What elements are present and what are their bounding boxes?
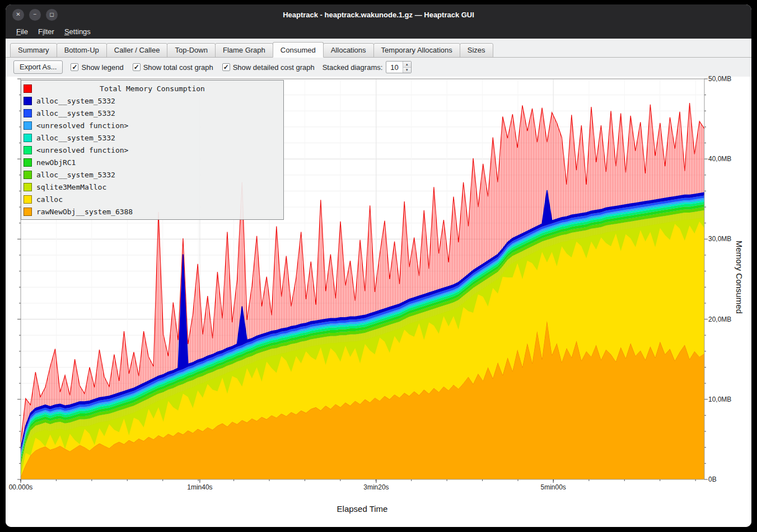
tab-flame-graph[interactable]: Flame Graph <box>215 43 273 58</box>
legend-row: newObjRC1 <box>24 156 281 168</box>
chart-area: Total Memory Consumption alloc__system_5… <box>6 77 751 527</box>
tab-bottom-up[interactable]: Bottom-Up <box>57 43 107 58</box>
legend-row: alloc__system_5332 <box>24 131 281 144</box>
export-as-button[interactable]: Export As... <box>13 60 63 74</box>
tab-caller-callee[interactable]: Caller / Callee <box>106 43 168 58</box>
legend-swatch <box>24 158 32 167</box>
y-tick-label: 40,0MB <box>708 155 731 163</box>
legend-swatch <box>24 97 32 105</box>
legend-label: rawNewObj__system_6388 <box>36 208 133 216</box>
legend-label: alloc__system_5332 <box>36 134 115 142</box>
checkbox-show-detailed-cost-graph[interactable]: ✓Show detailed cost graph <box>222 63 315 72</box>
legend-swatch <box>24 134 32 142</box>
checkbox-show-legend[interactable]: ✓Show legend <box>71 63 123 72</box>
legend-swatch <box>24 146 32 154</box>
checkbox-check-icon: ✓ <box>71 63 78 71</box>
y-axis-title: Memory Consumed <box>735 241 744 314</box>
menu-bar: FileFilterSettings <box>6 25 751 39</box>
y-tick-label: 10,0MB <box>708 396 731 403</box>
menu-item-file[interactable]: File <box>11 26 33 37</box>
x-axis-title: Elapsed Time <box>337 504 388 514</box>
legend-label: alloc__system_5332 <box>36 97 115 105</box>
checkbox-check-icon: ✓ <box>133 63 141 71</box>
legend-row: alloc__system_5332 <box>24 107 281 119</box>
legend-row: <unresolved function> <box>24 119 281 131</box>
legend-label: newObjRC1 <box>36 158 76 167</box>
legend-row: <unresolved function> <box>24 144 281 156</box>
minimize-icon: − <box>34 12 37 17</box>
menu-item-settings[interactable]: Settings <box>59 26 96 37</box>
tab-bar: SummaryBottom-UpCaller / CalleeTop-DownF… <box>6 39 751 58</box>
tab-top-down[interactable]: Top-Down <box>167 43 216 58</box>
legend-swatch <box>24 109 32 117</box>
menu-item-filter[interactable]: Filter <box>33 26 59 37</box>
spin-down-button[interactable]: ▼ <box>403 67 411 73</box>
legend-title-row: Total Memory Consumption <box>24 82 281 95</box>
tab-temporary-allocations[interactable]: Temporary Allocations <box>373 43 460 58</box>
legend-swatch <box>24 195 32 204</box>
spinbox-value: 10 <box>386 62 402 73</box>
legend-swatch <box>24 121 32 130</box>
maximize-icon: ◻ <box>49 12 54 17</box>
legend-label: alloc__system_5332 <box>36 171 115 179</box>
legend-row: rawNewObj__system_6388 <box>24 205 281 218</box>
checkbox-group: ✓Show legend✓Show total cost graph✓Show … <box>71 63 314 72</box>
minimize-button[interactable]: − <box>29 9 41 21</box>
legend-row: alloc__system_5332 <box>24 168 281 181</box>
tab-consumed[interactable]: Consumed <box>273 42 324 58</box>
x-tick-label: 1min40s <box>187 483 212 491</box>
close-button[interactable]: ✕ <box>12 9 24 21</box>
legend-row: sqlite3MemMalloc <box>24 181 281 193</box>
stacked-diagrams-spinbox[interactable]: 10 ▲ ▼ <box>386 61 411 73</box>
tab-allocations[interactable]: Allocations <box>323 43 374 58</box>
checkbox-show-total-cost-graph[interactable]: ✓Show total cost graph <box>133 63 213 72</box>
legend-label: calloc <box>36 195 63 204</box>
app-window: ✕ − ◻ Heaptrack - heaptrack.wakunode.1.g… <box>6 4 751 527</box>
y-tick-label: 30,0MB <box>708 235 731 243</box>
chevron-down-icon: ▼ <box>405 68 409 72</box>
legend-label: sqlite3MemMalloc <box>36 183 106 191</box>
x-tick-label: 00.000s <box>9 483 33 491</box>
legend-label: alloc__system_5332 <box>36 109 115 117</box>
y-tick-label: 20,0MB <box>708 316 731 323</box>
checkbox-label: Show legend <box>81 63 123 72</box>
legend-label: <unresolved function> <box>36 146 128 154</box>
window-controls: ✕ − ◻ <box>12 4 58 25</box>
chevron-up-icon: ▲ <box>405 63 409 66</box>
legend-rows: alloc__system_5332alloc__system_5332<unr… <box>24 95 281 218</box>
desktop-background: ✕ − ◻ Heaptrack - heaptrack.wakunode.1.g… <box>0 0 757 532</box>
legend-row: alloc__system_5332 <box>24 95 281 107</box>
legend-label: <unresolved function> <box>36 121 128 130</box>
legend-swatch <box>24 208 32 216</box>
legend-row: calloc <box>24 193 281 205</box>
checkbox-check-icon: ✓ <box>222 63 230 71</box>
legend-title: Total Memory Consumption <box>24 84 281 93</box>
checkbox-label: Show detailed cost graph <box>233 63 315 72</box>
legend-swatch <box>24 183 32 191</box>
maximize-button[interactable]: ◻ <box>46 9 58 21</box>
stacked-diagrams-label: Stacked diagrams: <box>323 63 383 72</box>
close-icon: ✕ <box>16 12 20 17</box>
x-tick-label: 3min20s <box>363 483 389 491</box>
toolbar: Export As... ✓Show legend✓Show total cos… <box>6 58 751 77</box>
checkbox-label: Show total cost graph <box>143 63 213 72</box>
legend-swatch <box>24 171 32 179</box>
title-bar[interactable]: ✕ − ◻ Heaptrack - heaptrack.wakunode.1.g… <box>6 4 751 25</box>
tab-summary[interactable]: Summary <box>10 43 57 58</box>
spinbox-arrows: ▲ ▼ <box>403 62 411 73</box>
chart-legend: Total Memory Consumption alloc__system_5… <box>21 80 284 220</box>
y-tick-label: 0B <box>708 475 717 483</box>
window-title: Heaptrack - heaptrack.wakunode.1.gz — He… <box>6 11 751 19</box>
y-tick-label: 50,0MB <box>708 75 731 83</box>
spin-up-button[interactable]: ▲ <box>403 62 411 67</box>
tab-sizes[interactable]: Sizes <box>460 43 493 58</box>
x-tick-label: 5min00s <box>540 483 566 491</box>
